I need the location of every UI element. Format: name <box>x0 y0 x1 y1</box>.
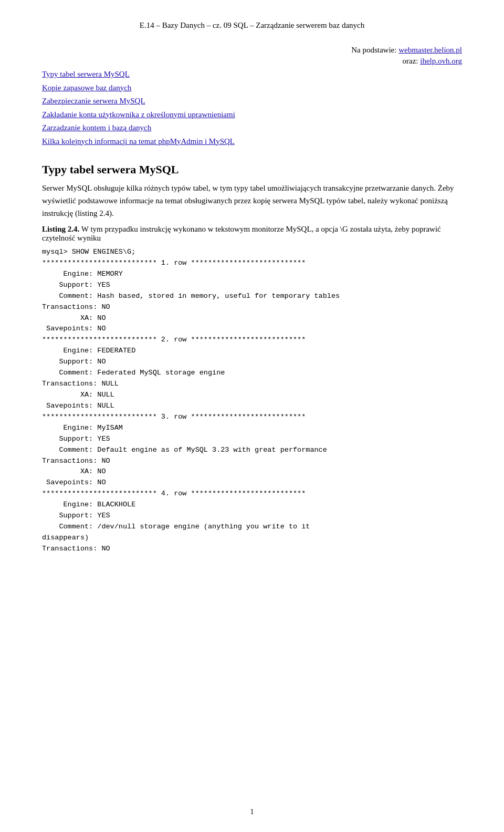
section1-para1: Serwer MySQL obsługuje kilka różnych typ… <box>42 182 462 220</box>
toc-item-6[interactable]: Kilka kolejnych informacji na temat phpM… <box>42 135 462 149</box>
source-label-1: Na podstawie: <box>351 46 396 54</box>
page-number: 1 <box>0 808 504 816</box>
toc-item-3[interactable]: Zabezpieczanie serwera MySQL <box>42 95 462 108</box>
section1-title: Typy tabel serwera MySQL <box>42 163 462 176</box>
toc-item-1[interactable]: Typy tabel serwera MySQL <box>42 68 462 81</box>
source-ref-1: Na podstawie: webmaster.helion.pl <box>42 46 462 55</box>
table-of-contents: Typy tabel serwera MySQL Kopie zapasowe … <box>42 68 462 148</box>
source-ref-2: oraz: ihelp.ovh.org <box>42 57 462 66</box>
source-link-1[interactable]: webmaster.helion.pl <box>398 46 462 54</box>
page-header: E.14 – Bazy Danych – cz. 09 SQL – Zarząd… <box>42 21 462 30</box>
toc-item-5[interactable]: Zarządzanie kontem i bazą danych <box>42 121 462 135</box>
toc-item-2[interactable]: Kopie zapasowe baz danych <box>42 81 462 95</box>
source-label-2: oraz: <box>403 57 418 65</box>
header-title: E.14 – Bazy Danych – cz. 09 SQL – Zarząd… <box>140 21 364 29</box>
code-block: mysql> SHOW ENGINES\G; *****************… <box>42 247 462 555</box>
listing-label: Listing 2.4. W tym przypadku instrukcję … <box>42 225 462 243</box>
toc-item-4[interactable]: Zakładanie konta użytkownika z określony… <box>42 108 462 122</box>
source-link-2[interactable]: ihelp.ovh.org <box>420 57 462 65</box>
